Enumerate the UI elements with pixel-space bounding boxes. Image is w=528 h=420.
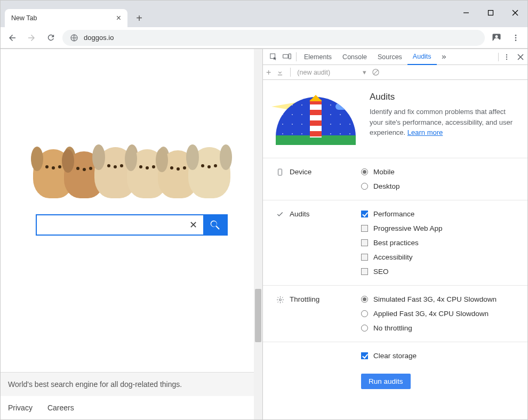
search-input[interactable] xyxy=(37,215,184,235)
tab-sources[interactable]: Sources xyxy=(372,49,407,64)
checkbox-icon xyxy=(361,352,368,359)
footer-links: Privacy Careers xyxy=(1,396,262,419)
forward-button[interactable] xyxy=(24,30,39,45)
device-icon xyxy=(276,168,284,176)
svg-point-13 xyxy=(506,58,507,59)
svg-point-6 xyxy=(515,37,517,38)
svg-line-17 xyxy=(373,70,378,75)
section-throttling: Throttling Simulated Fast 3G, 4x CPU Slo… xyxy=(263,286,527,342)
checkbox-icon xyxy=(361,254,368,261)
radio-icon xyxy=(361,168,368,175)
svg-rect-9 xyxy=(283,54,288,58)
audit-option-accessibility[interactable]: Accessibility xyxy=(361,253,515,261)
svg-rect-18 xyxy=(278,169,282,175)
device-option-desktop[interactable]: Desktop xyxy=(361,182,515,190)
radio-icon xyxy=(361,325,368,332)
device-label: Device xyxy=(290,168,311,176)
audit-option-seo[interactable]: SEO xyxy=(361,268,515,276)
svg-point-12 xyxy=(506,56,507,57)
svg-rect-10 xyxy=(289,54,291,59)
throttling-option-applied[interactable]: Applied Fast 3G, 4x CPU Slowdown xyxy=(361,310,515,318)
browser-toolbar: doggos.io xyxy=(1,27,527,49)
checkbox-icon xyxy=(361,268,368,275)
tagline: World's best search engine for all dog-r… xyxy=(1,373,262,396)
minimize-button[interactable] xyxy=(454,3,478,22)
clear-icon[interactable] xyxy=(372,68,380,76)
radio-icon xyxy=(361,310,368,317)
kebab-menu-button[interactable] xyxy=(508,30,523,45)
page-scrollbar[interactable] xyxy=(254,49,262,419)
svg-point-5 xyxy=(515,35,517,36)
run-audits-button[interactable]: Run audits xyxy=(361,374,411,389)
radio-icon xyxy=(361,296,368,303)
learn-more-link[interactable]: Learn more xyxy=(407,128,443,136)
footer-link-careers[interactable]: Careers xyxy=(47,403,74,412)
clear-storage-option[interactable]: Clear storage xyxy=(361,352,515,360)
new-tab-button[interactable]: + xyxy=(132,11,147,26)
checkbox-icon xyxy=(361,239,368,246)
page-viewport: ✕ World's best search engine for all dog… xyxy=(1,49,263,419)
devtools-tabbar: Elements Console Sources Audits xyxy=(263,49,527,65)
audit-select-dropdown[interactable]: (new audit) ▾ xyxy=(297,68,366,76)
address-bar[interactable]: doggos.io xyxy=(62,30,485,46)
search-bar: ✕ xyxy=(36,214,228,236)
audits-toolbar: + (new audit) ▾ xyxy=(263,65,527,80)
svg-point-11 xyxy=(506,54,507,55)
browser-tab[interactable]: New Tab × xyxy=(5,9,127,27)
audit-option-performance[interactable]: Performance xyxy=(361,210,515,218)
throttling-option-simulated[interactable]: Simulated Fast 3G, 4x CPU Slowdown xyxy=(361,295,515,303)
audit-option-best-practices[interactable]: Best practices xyxy=(361,239,515,247)
maximize-button[interactable] xyxy=(478,3,503,22)
throttling-option-none[interactable]: No throttling xyxy=(361,324,515,332)
audits-label: Audits xyxy=(290,210,310,218)
lighthouse-illustration xyxy=(276,92,356,145)
back-button[interactable] xyxy=(5,30,20,45)
close-window-button[interactable] xyxy=(503,3,527,22)
devtools-menu-icon[interactable] xyxy=(500,49,514,64)
devtools-close-icon[interactable] xyxy=(514,49,527,64)
section-clear-storage: Clear storage xyxy=(263,342,527,369)
checkbox-icon xyxy=(361,211,368,217)
section-device: Device Mobile Desktop xyxy=(263,158,527,200)
device-option-mobile[interactable]: Mobile xyxy=(361,168,515,176)
new-audit-icon[interactable]: + xyxy=(266,68,271,77)
audits-title: Audits xyxy=(370,92,515,102)
download-icon[interactable] xyxy=(276,69,284,76)
checkbox-icon xyxy=(361,225,368,232)
svg-rect-1 xyxy=(489,10,493,15)
tab-console[interactable]: Console xyxy=(337,49,372,64)
section-audits: Audits Performance Progressive Web App B… xyxy=(263,200,527,286)
gear-icon xyxy=(276,295,284,304)
browser-titlebar: New Tab × + xyxy=(1,1,527,27)
audit-select-label: (new audit) xyxy=(297,69,330,76)
search-button[interactable] xyxy=(203,215,227,235)
globe-icon xyxy=(70,34,78,42)
inspect-element-icon[interactable] xyxy=(266,49,280,64)
clear-search-button[interactable]: ✕ xyxy=(184,215,203,235)
device-toggle-icon[interactable] xyxy=(280,49,294,64)
audit-option-pwa[interactable]: Progressive Web App xyxy=(361,224,515,232)
window-controls xyxy=(454,3,527,22)
footer-link-privacy[interactable]: Privacy xyxy=(8,403,33,412)
radio-icon xyxy=(361,183,368,190)
tab-elements[interactable]: Elements xyxy=(299,49,337,64)
hero-image-puppies xyxy=(33,108,230,198)
check-icon xyxy=(276,210,284,219)
svg-point-19 xyxy=(279,298,281,301)
url-text: doggos.io xyxy=(84,34,114,42)
profile-button[interactable] xyxy=(489,30,504,45)
devtools-panel: Elements Console Sources Audits + (new a… xyxy=(263,49,527,419)
audits-description: Identify and fix common problems that af… xyxy=(370,107,515,138)
tab-audits[interactable]: Audits xyxy=(407,49,437,65)
throttling-label: Throttling xyxy=(290,295,319,303)
more-tabs-icon[interactable] xyxy=(437,49,451,64)
svg-point-7 xyxy=(515,39,517,41)
reload-button[interactable] xyxy=(43,30,58,45)
chevron-down-icon: ▾ xyxy=(363,68,366,76)
close-tab-icon[interactable]: × xyxy=(116,13,121,23)
tab-title: New Tab xyxy=(11,14,112,22)
